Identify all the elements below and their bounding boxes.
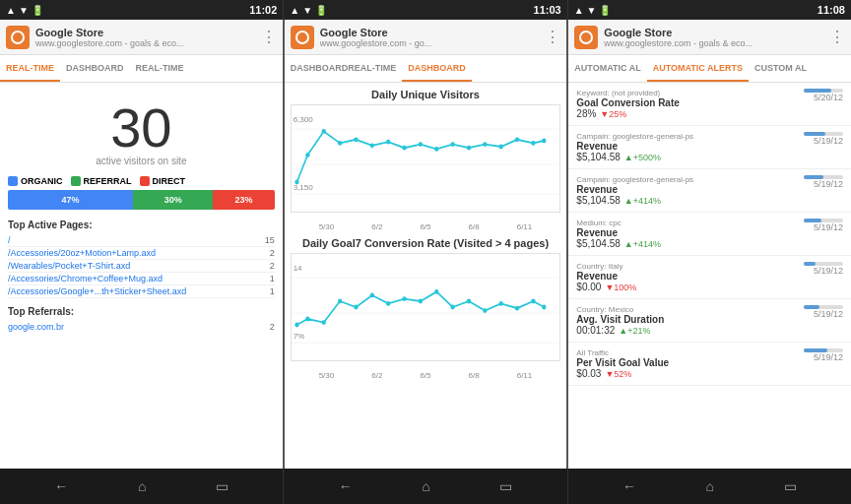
home-btn-3[interactable]: ⌂	[706, 478, 714, 494]
alert-bar-4	[804, 262, 843, 266]
app-bar-3: Google Store www.googlestore.com - goals…	[568, 20, 851, 55]
alert-left-2: Campain: googlestore-general-ps Revenue …	[576, 175, 804, 206]
chart1-x4: 6/11	[517, 222, 533, 231]
active-label: active visitors on site	[8, 156, 275, 166]
svg-point-26	[338, 299, 342, 304]
tab-custom-3[interactable]: CUSTOM AL	[749, 55, 813, 82]
chart1-ymax: 6,300	[294, 115, 313, 124]
chart1-x3: 6/8	[469, 222, 480, 231]
referral-bar: 30%	[133, 190, 213, 210]
alert-right-5: 5/19/12	[804, 305, 843, 319]
alert-right-3: 5/19/12	[804, 219, 843, 232]
chart2-xlabels: 5/30 6/2 6/5 6/8 6/11	[291, 369, 561, 380]
svg-point-36	[498, 301, 502, 306]
signal-icon-2: ▼	[302, 5, 312, 16]
menu-dots-2[interactable]: ⋮	[541, 28, 560, 46]
alert-value-2: $5,104.58	[576, 195, 621, 206]
svg-point-13	[450, 142, 454, 147]
svg-point-24	[305, 317, 309, 322]
page-name-3: /Accessories/Chrome+Coffee+Mug.axd	[8, 274, 266, 284]
app-title-1: Google Store	[35, 27, 257, 38]
chart1-xlabels: 5/30 6/2 6/5 6/8 6/11	[291, 220, 561, 231]
panel-dashboard: Google Store www.googlestore.com - go...…	[285, 20, 569, 469]
alert-change-1: ▲+500%	[624, 153, 661, 162]
tab-dashboard-active-2[interactable]: DASHBOARD	[402, 55, 472, 82]
page-count-4: 1	[270, 286, 275, 296]
page-name-0: /	[8, 235, 261, 245]
svg-point-33	[450, 305, 454, 310]
alert-bar-fill-3	[804, 219, 821, 222]
tab-realtime-1[interactable]: REAL-TIME	[0, 55, 60, 82]
chart2-area: 14 7%	[291, 253, 561, 361]
chart1-ymid: 3,150	[294, 183, 313, 192]
alert-value-4: $0.00	[576, 282, 601, 292]
alert-metric-0: Goal Conversion Rate	[576, 97, 804, 108]
svg-point-12	[434, 147, 438, 152]
chart1-x2: 6/5	[420, 222, 430, 231]
svg-point-29	[386, 301, 390, 306]
home-btn-2[interactable]: ⌂	[422, 478, 429, 494]
tab-realtime2-1[interactable]: REAL-TIME	[130, 55, 190, 82]
alert-row-0: Keyword: (not provided) Goal Conversion …	[568, 83, 851, 126]
svg-point-11	[418, 142, 422, 147]
svg-point-14	[466, 146, 470, 151]
alert-metric-4: Revenue	[576, 271, 804, 282]
direct-dot	[140, 176, 150, 186]
back-btn-3[interactable]: ←	[622, 478, 636, 494]
alert-dim-3: Medium: cpc	[576, 219, 804, 227]
realtime-content: 30 active visitors on site ORGANIC REFER…	[0, 83, 283, 341]
alert-left-0: Keyword: (not provided) Goal Conversion …	[576, 89, 804, 119]
panel-content-3: Keyword: (not provided) Goal Conversion …	[568, 83, 851, 469]
panel-content-1: 30 active visitors on site ORGANIC REFER…	[0, 83, 283, 469]
alert-dim-6: All Traffic	[576, 348, 804, 357]
svg-point-19	[542, 139, 546, 144]
back-btn-2[interactable]: ←	[339, 478, 353, 494]
direct-bar: 23%	[213, 190, 274, 210]
alert-value-3: $5,104.58	[576, 238, 621, 249]
bottom-nav: ← ⌂ ▭ ← ⌂ ▭ ← ⌂ ▭	[0, 469, 851, 504]
battery-icon-1: 🔋	[32, 5, 43, 16]
home-btn-1[interactable]: ⌂	[138, 478, 146, 494]
referrals-section: Top Referrals: google.com.br 2	[8, 306, 275, 333]
alert-date-3: 5/19/12	[804, 222, 843, 232]
alert-value-1: $5,104.58	[576, 152, 621, 162]
back-btn-1[interactable]: ←	[54, 478, 68, 494]
svg-point-32	[434, 289, 438, 294]
tab-auto-al-3[interactable]: AUTOMATIC AL	[568, 55, 646, 82]
alert-change-2: ▲+414%	[624, 196, 661, 206]
battery-icon-2: 🔋	[315, 5, 327, 16]
tab-dashboard-real-2[interactable]: DASHBOARDREAL-TIME	[285, 55, 403, 82]
traffic-legend: ORGANIC REFERRAL DIRECT	[8, 176, 275, 186]
tab-dashboard-1[interactable]: DASHBOARD	[60, 55, 130, 82]
tab-auto-alerts-3[interactable]: AUTOMATIC ALERTS	[647, 55, 749, 82]
recents-btn-1[interactable]: ▭	[216, 478, 229, 494]
svg-point-15	[483, 142, 487, 147]
chart2-svg	[292, 254, 560, 360]
referral-row-0: google.com.br 2	[8, 321, 275, 333]
nav-tabs-2: DASHBOARDREAL-TIME DASHBOARD	[285, 55, 567, 83]
recents-btn-2[interactable]: ▭	[499, 478, 512, 494]
recents-btn-3[interactable]: ▭	[784, 478, 797, 494]
svg-point-38	[531, 299, 535, 304]
alert-bar-fill-2	[804, 175, 823, 179]
svg-point-35	[483, 308, 487, 313]
alert-row-2: Campain: googlestore-general-ps Revenue …	[568, 169, 851, 213]
page-count-2: 2	[270, 261, 275, 271]
legend-organic: ORGANIC	[8, 176, 63, 186]
alert-row-5: Country: Mexico Avg. Visit Duration 00:0…	[568, 299, 851, 343]
svg-point-31	[418, 299, 422, 304]
bottom-nav-2: ← ⌂ ▭	[284, 469, 567, 504]
chart2-ymin: 7%	[294, 332, 305, 341]
svg-point-28	[369, 293, 373, 298]
pages-title: Top Active Pages:	[8, 220, 275, 230]
menu-dots-3[interactable]: ⋮	[825, 28, 845, 46]
alert-bar-0	[804, 89, 843, 93]
alert-right-6: 5/19/12	[804, 348, 843, 362]
menu-dots-1[interactable]: ⋮	[257, 28, 277, 46]
time-2: 11:03	[534, 4, 561, 16]
app-icon-2	[291, 26, 314, 49]
alert-bar-container-6: $0.03 ▼52%	[576, 368, 804, 379]
page-count-0: 15	[265, 235, 275, 245]
page-name-2: /Wearables/Pocket+T-Shirt.axd	[8, 261, 266, 271]
referral-name-0: google.com.br	[8, 322, 266, 332]
